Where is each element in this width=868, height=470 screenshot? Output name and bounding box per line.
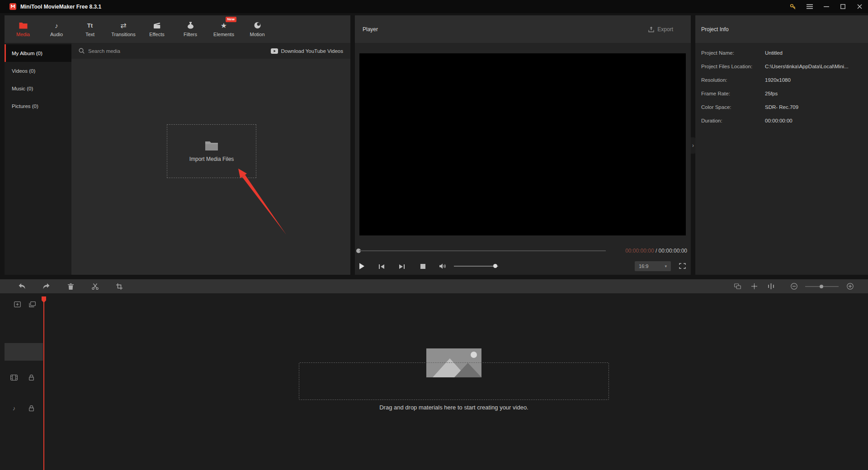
tab-label: Effects [149, 32, 164, 37]
volume-icon[interactable] [439, 263, 447, 269]
maximize-button[interactable] [835, 0, 851, 13]
redo-icon[interactable] [41, 281, 52, 292]
seek-bar[interactable] [359, 250, 606, 251]
tab-label: Media [16, 32, 30, 37]
tab-label: Text [85, 32, 94, 37]
audio-note-icon: ♪ [55, 22, 58, 29]
titlebar: MiniTool MovieMaker Free 8.3.1 [0, 0, 868, 13]
delete-icon[interactable] [65, 281, 76, 292]
elements-star-icon: ★ [221, 22, 227, 29]
next-frame-button[interactable] [399, 264, 405, 269]
tab-media[interactable]: Media [6, 15, 40, 43]
player-title: Player [363, 26, 378, 33]
search-input[interactable] [88, 48, 174, 54]
split-scissors-icon[interactable] [90, 281, 100, 292]
play-button[interactable] [359, 263, 365, 270]
media-search-bar: Download YouTube Videos [71, 43, 350, 59]
project-info-header: Project Info [695, 15, 868, 43]
tab-audio[interactable]: ♪ Audio [40, 15, 73, 43]
track-add-icon[interactable] [13, 301, 21, 308]
timeline-dropzone[interactable] [299, 362, 609, 400]
tab-label: Audio [50, 32, 63, 37]
info-label: Resolution: [701, 77, 765, 83]
sidebar-item-pictures[interactable]: Pictures (0) [5, 97, 71, 115]
motion-ball-icon [254, 22, 261, 29]
chevron-down-icon: ▾ [665, 264, 667, 268]
app-logo-icon [9, 3, 16, 10]
track-manager-icon[interactable] [732, 281, 743, 292]
text-tt-icon: Tt [87, 22, 93, 29]
volume-handle[interactable] [493, 264, 497, 268]
marker-icon[interactable] [749, 281, 760, 292]
aspect-ratio-dropdown[interactable]: 16:9 ▾ [635, 261, 671, 271]
timeline-drop-hint: Drag and drop materials here to start cr… [299, 404, 609, 411]
info-value: C:\Users\tinka\AppData\Local\Mini... [765, 64, 849, 69]
stop-button[interactable] [420, 264, 425, 269]
zoom-in-icon[interactable] [844, 281, 855, 292]
close-button[interactable] [851, 0, 868, 13]
time-separator: / [654, 248, 659, 254]
tab-filters[interactable]: Filters [174, 15, 207, 43]
info-row-color-space: Color Space: SDR- Rec.709 [701, 100, 862, 114]
info-row-frame-rate: Frame Rate: 25fps [701, 87, 862, 100]
zoom-slider-handle[interactable] [820, 285, 823, 288]
project-info-panel: Project Info Project Name: Untitled Proj… [695, 15, 868, 275]
download-youtube-label: Download YouTube Videos [281, 48, 343, 54]
previous-frame-button[interactable] [378, 264, 385, 269]
info-label: Frame Rate: [701, 91, 765, 96]
video-track-header[interactable] [5, 343, 43, 361]
player-header: Player Export [355, 15, 691, 43]
minimize-button[interactable] [818, 0, 835, 13]
info-label: Color Space: [701, 104, 765, 110]
new-badge: New [226, 17, 236, 22]
transitions-arrows-icon: ⇄ [120, 22, 126, 29]
info-label: Project Files Location: [701, 64, 765, 69]
lock-audio-track-icon[interactable] [27, 404, 35, 412]
import-folder-icon [205, 141, 218, 151]
panel-collapse-handle[interactable]: › [691, 137, 695, 154]
media-folder-icon [19, 22, 28, 29]
player-panel: Player Export 00:00:00:00 / 00:00:00:00 [355, 15, 691, 275]
info-row-duration: Duration: 00:00:00:00 [701, 114, 862, 127]
info-label: Duration: [701, 118, 765, 123]
track-copy-icon[interactable] [28, 301, 36, 308]
album-sidebar: My Album (0) Videos (0) Music (0) Pictur… [5, 43, 71, 275]
tab-label: Elements [213, 32, 234, 37]
info-value: 1920x1080 [765, 77, 791, 83]
tab-text[interactable]: Tt Text [73, 15, 107, 43]
export-label: Export [657, 26, 673, 33]
timeline-zoom-slider[interactable] [805, 283, 839, 290]
media-content-area: Download YouTube Videos Import Media Fil… [71, 43, 350, 275]
track-header-column: ♪ [5, 293, 43, 470]
undo-icon[interactable] [16, 281, 27, 292]
menu-icon[interactable] [801, 0, 818, 13]
lock-video-track-icon[interactable] [27, 374, 35, 381]
tab-motion[interactable]: Motion [241, 15, 274, 43]
tab-transitions[interactable]: ⇄ Transitions [107, 15, 140, 43]
chevron-right-icon: › [692, 142, 694, 149]
tab-elements[interactable]: New ★ Elements [207, 15, 241, 43]
tab-label: Motion [250, 32, 264, 37]
project-info-rows: Project Name: Untitled Project Files Loc… [695, 43, 868, 127]
playhead-line[interactable] [43, 296, 44, 470]
app-title: MiniTool MovieMaker Free 8.3.1 [20, 4, 101, 10]
volume-slider[interactable] [454, 266, 498, 267]
audio-track-icon: ♪ [10, 404, 18, 412]
timeline-toolbar [0, 279, 868, 293]
info-value: 00:00:00:00 [765, 118, 793, 123]
license-key-icon[interactable] [784, 0, 801, 13]
fullscreen-button[interactable] [679, 263, 686, 269]
crop-icon[interactable] [114, 281, 125, 292]
sidebar-item-music[interactable]: Music (0) [5, 80, 71, 97]
track-height-icon[interactable] [765, 281, 776, 292]
sidebar-item-my-album[interactable]: My Album (0) [5, 44, 71, 62]
import-media-dropzone[interactable]: Import Media Files [167, 124, 256, 178]
download-youtube-link[interactable]: Download YouTube Videos [271, 48, 343, 54]
info-label: Project Name: [701, 50, 765, 56]
sidebar-item-videos[interactable]: Videos (0) [5, 62, 71, 80]
zoom-out-icon[interactable] [788, 281, 799, 292]
export-button[interactable]: Export [648, 26, 673, 33]
import-media-label: Import Media Files [189, 156, 234, 162]
effects-clapper-icon [153, 22, 161, 29]
tab-effects[interactable]: Effects [140, 15, 174, 43]
